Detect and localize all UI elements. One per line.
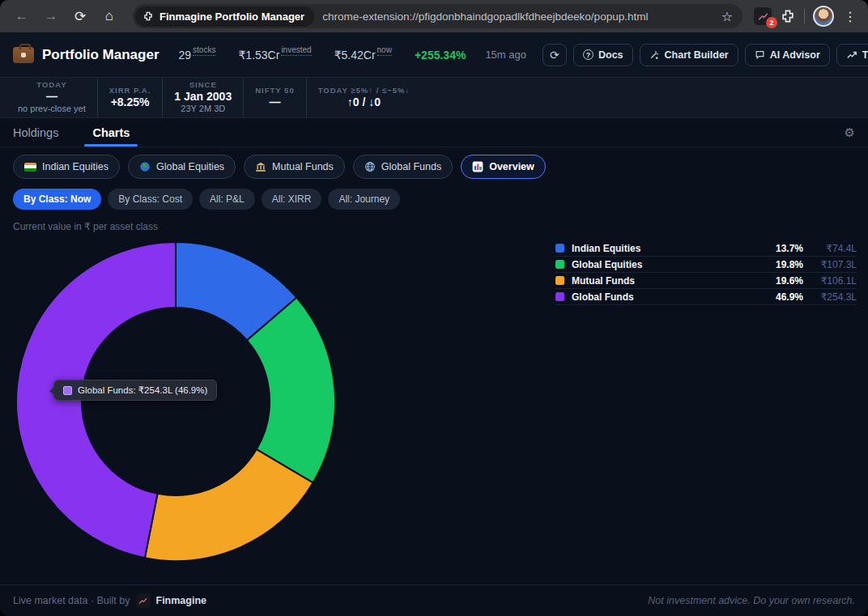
stat-invested-label: invested xyxy=(281,45,311,56)
chip-indian-equities[interactable]: Indian Equities xyxy=(13,155,120,179)
stat-now: ₹5.42Cr now xyxy=(334,49,392,62)
stat-label: XIRR P.A. xyxy=(109,86,151,96)
stat-label: NIFTY 50 xyxy=(255,86,294,96)
chip-overview[interactable]: Overview xyxy=(461,155,546,179)
chip-global-funds[interactable]: Global Funds xyxy=(353,155,453,179)
wand-icon xyxy=(649,49,660,60)
legend-value: ₹74.4L xyxy=(803,243,857,254)
stat-stocks-value: 29 xyxy=(179,49,192,62)
asset-class-chips: Indian Equities Global Equities Mutual F… xyxy=(0,147,868,182)
ai-advisor-label: AI Advisor xyxy=(770,49,820,61)
chart-builder-button[interactable]: Chart Builder xyxy=(640,44,738,66)
stat-value: +8.25% xyxy=(111,96,150,110)
refresh-button[interactable]: ⟳ xyxy=(542,44,567,66)
finmagine-extension-icon[interactable]: 2 xyxy=(754,7,772,25)
legend-value: ₹254.3L xyxy=(803,291,857,303)
stat-cell-movers: TODAY ≥5%↑ / ≤−5%↓ ↑0 / ↓0 xyxy=(307,78,422,117)
page-title: Portfolio Manager xyxy=(42,47,160,63)
stat-cell-nifty: NIFTY 50 — xyxy=(244,78,306,117)
tooltip-text: Global Funds: ₹254.3L (46.9%) xyxy=(78,384,207,396)
stat-invested: ₹1.53Cr invested xyxy=(238,49,311,62)
chat-bubble-icon xyxy=(755,49,765,60)
chart-builder-label: Chart Builder xyxy=(665,49,729,61)
chip-all-journey[interactable]: All: Journey xyxy=(328,189,400,210)
extension-puzzle-icon xyxy=(143,11,154,22)
view-chips: By Class: Now By Class: Cost All: P&L Al… xyxy=(0,182,868,215)
trend-up-icon xyxy=(846,50,857,60)
ai-advisor-button[interactable]: AI Advisor xyxy=(745,44,830,66)
chip-by-class-cost[interactable]: By Class: Cost xyxy=(108,189,193,210)
settings-gear-icon[interactable]: ⚙ xyxy=(845,125,855,140)
stat-cell-xirr: XIRR P.A. +8.25% xyxy=(98,78,164,117)
stat-now-label: now xyxy=(377,45,392,56)
brand-name[interactable]: Finmagine xyxy=(156,595,207,606)
chip-all-xirr[interactable]: All: XIRR xyxy=(262,189,322,210)
extension-app: Portfolio Manager 29 stocks ₹1.53Cr inve… xyxy=(0,32,868,588)
home-icon[interactable]: ⌂ xyxy=(97,4,121,28)
legend-row[interactable]: Mutual Funds 19.6% ₹106.1L xyxy=(555,273,857,289)
stat-sub: no prev-close yet xyxy=(18,104,86,115)
header-actions: ⟳ ? Docs Chart Builder AI Advisor Trader xyxy=(542,43,868,67)
chip-global-equities[interactable]: Global Equities xyxy=(128,155,236,179)
chip-label: Overview xyxy=(489,161,534,172)
toolbar-separator xyxy=(804,9,805,23)
stat-value: — xyxy=(269,96,280,110)
legend-row[interactable]: Global Funds 46.9% ₹254.3L xyxy=(555,289,857,305)
bookmark-star-icon[interactable]: ☆ xyxy=(717,9,738,24)
docs-button[interactable]: ? Docs xyxy=(573,44,633,66)
address-bar[interactable]: Finmagine Portfolio Manager chrome-exten… xyxy=(133,4,742,28)
profile-avatar[interactable] xyxy=(813,6,834,27)
footer-left-text: Live market data · Built by xyxy=(13,595,130,606)
forward-icon[interactable]: → xyxy=(39,4,63,28)
stat-now-value: ₹5.42Cr xyxy=(334,49,376,62)
legend-pct: 13.7% xyxy=(755,243,803,254)
legend-label: Mutual Funds xyxy=(572,275,755,287)
help-icon: ? xyxy=(583,49,594,60)
finmagine-logo-icon xyxy=(136,593,151,608)
tooltip-swatch xyxy=(63,386,72,395)
stats-bar: TODAY — no prev-close yet XIRR P.A. +8.2… xyxy=(0,78,868,118)
stat-label: SINCE xyxy=(189,80,217,90)
stat-cell-since: SINCE 1 Jan 2003 23Y 2M 3D xyxy=(163,78,244,117)
tab-holdings[interactable]: Holdings xyxy=(13,118,58,147)
footer-left: Live market data · Built by Finmagine xyxy=(13,593,206,608)
legend-row[interactable]: Global Equities 19.8% ₹107.3L xyxy=(555,257,857,273)
last-updated: 15m ago xyxy=(485,49,526,61)
chip-all-pnl[interactable]: All: P&L xyxy=(199,189,255,210)
chip-label: Indian Equities xyxy=(42,161,108,172)
extensions-icon[interactable] xyxy=(780,8,796,24)
legend-label: Global Equities xyxy=(572,259,755,270)
chip-label: Global Equities xyxy=(156,161,224,172)
chart-tooltip: Global Funds: ₹254.3L (46.9%) xyxy=(53,380,217,401)
browser-menu-icon[interactable]: ⋮ xyxy=(842,9,858,24)
extension-name-chip[interactable]: Finmagine Portfolio Manager xyxy=(135,6,314,27)
chart-legend: Indian Equities 13.7% ₹74.4L Global Equi… xyxy=(555,240,857,305)
back-icon[interactable]: ← xyxy=(10,4,34,28)
legend-swatch xyxy=(555,260,564,269)
toolbar-right: 2 ⋮ xyxy=(754,6,858,27)
legend-swatch xyxy=(555,276,564,285)
stat-stocks: 29 stocks xyxy=(179,49,216,62)
trader-button[interactable]: Trader xyxy=(836,44,868,66)
donut-chart[interactable] xyxy=(15,240,337,563)
app-header: Portfolio Manager 29 stocks ₹1.53Cr inve… xyxy=(0,32,868,78)
extension-name: Finmagine Portfolio Manager xyxy=(160,11,304,23)
legend-swatch xyxy=(555,244,564,253)
docs-label: Docs xyxy=(598,49,623,61)
legend-pct: 19.8% xyxy=(755,259,803,270)
legend-row[interactable]: Indian Equities 13.7% ₹74.4L xyxy=(555,240,857,257)
stat-value: ↑0 / ↓0 xyxy=(347,96,381,110)
browser-window: ← → ⟳ ⌂ Finmagine Portfolio Manager chro… xyxy=(0,0,868,616)
bar-chart-icon xyxy=(472,161,483,172)
url-text[interactable]: chrome-extension://pfigdonbhaindgopadlkf… xyxy=(322,11,717,23)
stat-cell-today: TODAY — no prev-close yet xyxy=(6,78,98,117)
chip-label: Mutual Funds xyxy=(272,161,334,172)
chart-caption: Current value in ₹ per asset class xyxy=(0,215,868,232)
legend-label: Indian Equities xyxy=(572,243,755,254)
tab-charts[interactable]: Charts xyxy=(92,118,130,147)
chip-mutual-funds[interactable]: Mutual Funds xyxy=(244,155,345,179)
extension-badge: 2 xyxy=(766,17,777,28)
legend-swatch xyxy=(555,292,564,301)
chip-by-class-now[interactable]: By Class: Now xyxy=(13,189,101,210)
reload-icon[interactable]: ⟳ xyxy=(68,4,92,28)
